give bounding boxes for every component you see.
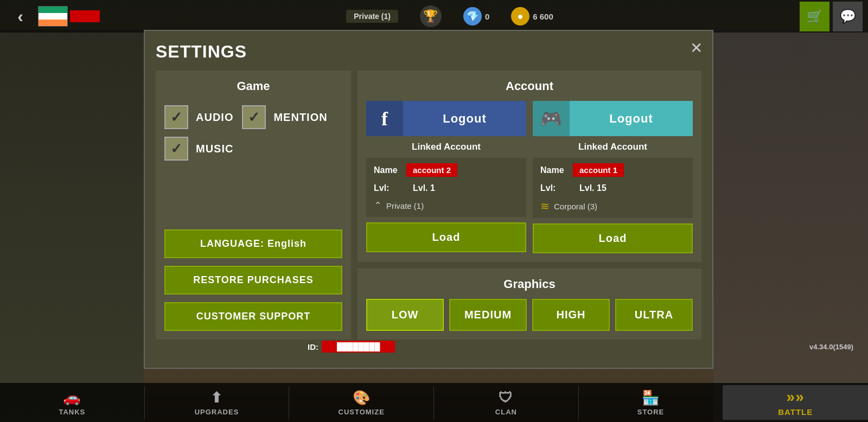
linked-account-1-title: Linked Account <box>366 142 526 152</box>
clan-icon: 🛡 <box>499 389 513 406</box>
linked1-name-value: account 2 <box>406 163 457 177</box>
red-bar <box>70 10 100 22</box>
mention-checkbox-row: MENTION <box>242 105 327 129</box>
music-checkbox[interactable] <box>164 137 188 161</box>
crystal-value: 0 <box>485 12 489 21</box>
id-value: ████████ <box>322 341 395 353</box>
rank-badge: Private (1) <box>346 10 398 23</box>
bottom-tanks[interactable]: 🚗 TANKS <box>0 386 145 419</box>
linked2-name-label: Name <box>540 165 567 175</box>
achievement-circle: 🏆 <box>420 5 442 27</box>
game-center-icon: 🎮 <box>533 101 570 136</box>
graphics-medium-button[interactable]: MEDIUM <box>449 299 527 331</box>
music-checkbox-row: MUSIC <box>164 137 342 161</box>
linked2-name-value: account 1 <box>573 163 624 177</box>
close-button[interactable]: ✕ <box>690 41 703 56</box>
achievement-icon: 🏆 <box>420 5 442 27</box>
settings-title: SETTINGS <box>156 42 701 62</box>
battle-arrows-icon: »» <box>787 388 805 406</box>
linked1-load-button[interactable]: Load <box>366 222 526 252</box>
chat-button[interactable]: 💬 <box>833 2 863 31</box>
battle-label: BATTLE <box>778 407 813 417</box>
game-center-card: 🎮 Logout Linked Account Name account 1 L… <box>533 101 693 253</box>
language-button[interactable]: LANGUAGE: English <box>164 229 342 258</box>
mention-label: MENTION <box>273 111 327 124</box>
clan-label: CLAN <box>495 408 517 416</box>
bottom-store[interactable]: 🏪 STORE <box>579 386 724 419</box>
graphics-ultra-button[interactable]: ULTRA <box>615 299 693 331</box>
linked1-level-row: Lvl: Lvl. 1 <box>374 181 519 195</box>
linked1-rank-icon: ⌃ <box>374 200 382 212</box>
settings-modal: SETTINGS ✕ Game AUDIO MENTION MUSIC L <box>144 30 713 369</box>
linked1-rank-label: Private (1) <box>386 201 424 210</box>
facebook-logout-label: Logout <box>403 112 526 126</box>
flag-icon <box>38 6 68 27</box>
account-section: Account f Logout Linked Account Name acc… <box>358 71 701 262</box>
rank-display: Private (1) <box>346 10 398 23</box>
restore-purchases-button[interactable]: RESTORE PURCHASES <box>164 266 342 295</box>
crystal-icon: 💎 <box>463 7 482 25</box>
linked1-rank-row: ⌃ Private (1) <box>374 200 519 212</box>
customize-icon: 🎨 <box>353 389 371 406</box>
linked2-rank-label: Corporal (3) <box>554 202 597 211</box>
bottom-upgrades[interactable]: ⬆ UPGRADES <box>145 386 290 419</box>
linked-account-2-title: Linked Account <box>533 142 693 152</box>
top-bar: ‹ Private (1) 🏆 💎 0 ● 6 600 🛒 💬 <box>0 0 868 33</box>
facebook-card: f Logout Linked Account Name account 2 L… <box>366 101 526 253</box>
right-panel: Account f Logout Linked Account Name acc… <box>358 71 701 340</box>
customer-support-button[interactable]: CUSTOMER SUPPORT <box>164 302 342 331</box>
facebook-icon: f <box>366 101 403 136</box>
graphics-high-button[interactable]: HIGH <box>532 299 610 331</box>
tanks-label: TANKS <box>59 408 85 416</box>
music-label: MUSIC <box>196 143 233 155</box>
account-title: Account <box>366 79 693 93</box>
right-bg-panel <box>713 30 868 422</box>
linked2-name-row: Name account 1 <box>540 163 685 177</box>
upgrades-label: UPGRADES <box>195 408 239 416</box>
linked2-load-button[interactable]: Load <box>533 223 693 253</box>
settings-body: Game AUDIO MENTION MUSIC LANGUAGE: Engli… <box>156 71 701 340</box>
customize-label: CUSTOMIZE <box>339 408 385 416</box>
crystal-currency: 💎 0 <box>463 7 489 25</box>
cart-button[interactable]: 🛒 <box>800 2 829 31</box>
linked2-rank-row: ≋ Corporal (3) <box>540 200 685 213</box>
id-bar: ID: ████████ v4.34.0(1549) <box>308 341 853 353</box>
gold-icon: ● <box>511 7 529 25</box>
bottom-bar: 🚗 TANKS ⬆ UPGRADES 🎨 CUSTOMIZE 🛡 CLAN 🏪 … <box>0 383 868 422</box>
linked1-level-value: Lvl. 1 <box>406 181 442 195</box>
linked-account-1-info: Name account 2 Lvl: Lvl. 1 ⌃ Private (1) <box>366 158 526 217</box>
store-label: STORE <box>637 408 665 416</box>
upgrades-icon: ⬆ <box>210 389 223 406</box>
facebook-logout-button[interactable]: f Logout <box>366 101 526 136</box>
left-bg-panel <box>0 30 144 422</box>
top-right-buttons: 🛒 💬 <box>800 2 863 31</box>
graphics-section: Graphics LOW MEDIUM HIGH ULTRA <box>358 268 701 340</box>
back-button[interactable]: ‹ <box>5 2 35 31</box>
account-cards: f Logout Linked Account Name account 2 L… <box>366 101 693 253</box>
linked1-name-label: Name <box>374 165 401 175</box>
store-icon: 🏪 <box>642 389 660 406</box>
bottom-battle[interactable]: »» BATTLE <box>723 385 868 420</box>
audio-label: AUDIO <box>196 111 233 124</box>
top-center: Private (1) 🏆 💎 0 ● 6 600 <box>100 5 800 27</box>
linked1-level-label: Lvl: <box>374 183 401 193</box>
graphics-low-button[interactable]: LOW <box>366 299 444 331</box>
audio-mention-row: AUDIO MENTION <box>164 105 342 129</box>
linked2-level-row: Lvl: Lvl. 15 <box>540 181 685 195</box>
mention-checkbox[interactable] <box>242 105 266 129</box>
gold-currency: ● 6 600 <box>511 7 553 25</box>
graphics-buttons: LOW MEDIUM HIGH ULTRA <box>366 299 693 331</box>
linked2-level-label: Lvl: <box>540 183 567 193</box>
id-label: ID: <box>308 342 318 351</box>
linked2-level-value: Lvl. 15 <box>573 181 613 195</box>
bottom-clan[interactable]: 🛡 CLAN <box>434 386 579 419</box>
gold-value: 6 600 <box>533 12 553 21</box>
audio-checkbox-row: AUDIO <box>164 105 233 129</box>
linked2-rank-icon: ≋ <box>540 200 550 213</box>
bottom-customize[interactable]: 🎨 CUSTOMIZE <box>289 386 434 419</box>
game-center-logout-button[interactable]: 🎮 Logout <box>533 101 693 136</box>
game-panel-title: Game <box>164 79 342 93</box>
graphics-title: Graphics <box>366 277 693 291</box>
version-text: v4.34.0(1549) <box>809 343 853 351</box>
audio-checkbox[interactable] <box>164 105 188 129</box>
